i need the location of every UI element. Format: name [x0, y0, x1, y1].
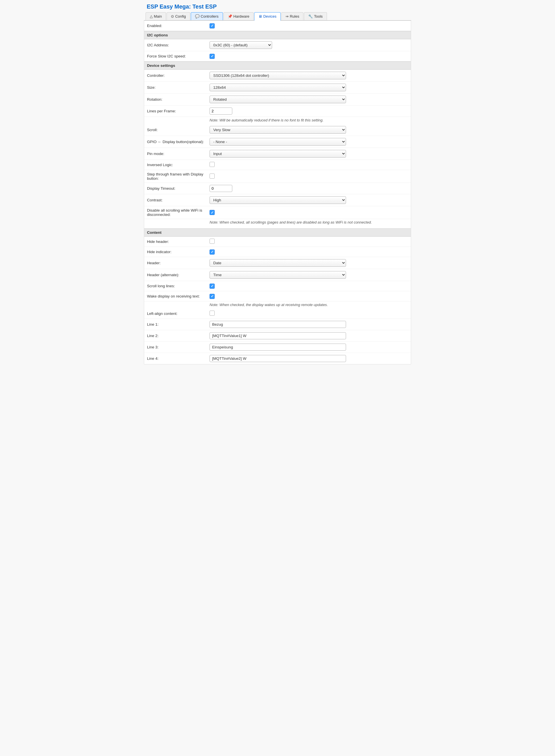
line3-input[interactable]	[210, 344, 346, 351]
force-slow-row: Force Slow I2C speed:	[144, 51, 411, 61]
size-row: Size: 128x64 128x32	[144, 82, 411, 93]
wake-display-label: Wake display on receiving text:	[147, 294, 210, 298]
tab-tools[interactable]: 🔧 Tools	[304, 12, 327, 20]
content-section-header: Content	[144, 228, 411, 237]
i2c-address-control: 0x3C (60) - (default) 0x3D (61)	[210, 41, 408, 49]
force-slow-checkbox[interactable]	[210, 54, 215, 59]
line2-input[interactable]	[210, 332, 346, 339]
tab-hardware[interactable]: 📌 Hardware	[223, 12, 254, 20]
tab-rules[interactable]: ⇒ Rules	[281, 12, 303, 20]
scroll-select[interactable]: Very Slow Slow Medium Fast Very Fast	[210, 126, 346, 134]
pin-mode-control: Input Input pullup Output	[210, 150, 408, 158]
device-section-header: Device settings	[144, 61, 411, 70]
contrast-select[interactable]: Low Medium High	[210, 196, 346, 204]
pin-mode-select[interactable]: Input Input pullup Output	[210, 150, 346, 158]
line4-control	[210, 355, 408, 362]
wake-display-note: Note: When checked, the display wakes up…	[144, 301, 411, 308]
header-select[interactable]: Date Time IP Hostname SSID None	[210, 259, 346, 267]
controller-row: Controller: SSD1306 (128x64 dot controll…	[144, 70, 411, 82]
contrast-label: Contrast:	[147, 198, 210, 202]
lines-per-frame-input[interactable]	[210, 108, 232, 115]
wake-display-checkbox[interactable]	[210, 294, 215, 299]
line2-control	[210, 332, 408, 339]
controller-control: SSD1306 (128x64 dot controller) SSD1306 …	[210, 72, 408, 79]
tab-rules-label: Rules	[290, 14, 299, 18]
scroll-control: Very Slow Slow Medium Fast Very Fast	[210, 126, 408, 134]
hide-indicator-checkbox[interactable]	[210, 249, 215, 255]
size-label: Size:	[147, 85, 210, 90]
disable-scroll-control	[210, 210, 408, 215]
i2c-address-select[interactable]: 0x3C (60) - (default) 0x3D (61)	[210, 41, 272, 49]
scroll-row: Scroll: Very Slow Slow Medium Fast Very …	[144, 124, 411, 136]
line3-row: Line 3:	[144, 342, 411, 353]
tab-main-label: Main	[154, 14, 162, 18]
i2c-address-row: I2C Address: 0x3C (60) - (default) 0x3D …	[144, 39, 411, 51]
display-timeout-input[interactable]	[210, 185, 232, 192]
i2c-section-header: I2C options	[144, 31, 411, 39]
lines-per-frame-note: Note: Will be automatically reduced if t…	[144, 117, 411, 124]
controllers-icon: 💬	[195, 14, 200, 18]
inversed-logic-row: Inversed Logic:	[144, 160, 411, 170]
devices-icon: 🖥	[258, 14, 262, 18]
rotation-select[interactable]: Normal Rotated	[210, 95, 346, 103]
gpio-select[interactable]: - None - GPIO-0 GPIO-1 GPIO-2	[210, 138, 346, 145]
display-timeout-label: Display Timeout:	[147, 186, 210, 191]
header-alt-select[interactable]: Time Date IP Hostname SSID None	[210, 271, 346, 279]
rotation-control: Normal Rotated	[210, 95, 408, 103]
tab-config-label: Config	[175, 14, 186, 18]
main-icon: △	[150, 14, 153, 18]
hide-header-row: Hide header:	[144, 237, 411, 247]
controller-select[interactable]: SSD1306 (128x64 dot controller) SSD1306 …	[210, 72, 346, 79]
line1-row: Line 1:	[144, 319, 411, 330]
hide-indicator-control	[210, 249, 408, 255]
tab-devices[interactable]: 🖥 Devices	[254, 12, 281, 21]
hide-indicator-label: Hide indicator:	[147, 250, 210, 254]
disable-scroll-label: Disable all scrolling while WiFi is disc…	[147, 208, 210, 217]
pin-mode-row: Pin mode: Input Input pullup Output	[144, 148, 411, 160]
scroll-long-label: Scroll long lines:	[147, 284, 210, 288]
i2c-address-label: I2C Address:	[147, 43, 210, 47]
hide-header-control	[210, 239, 408, 245]
contrast-control: Low Medium High	[210, 196, 408, 204]
step-through-checkbox[interactable]	[210, 173, 215, 179]
wake-display-row: Wake display on receiving text:	[144, 291, 411, 301]
contrast-row: Contrast: Low Medium High	[144, 194, 411, 206]
line3-control	[210, 344, 408, 351]
gpio-label: GPIO ← Display button(optional):	[147, 140, 210, 144]
header-control: Date Time IP Hostname SSID None	[210, 259, 408, 267]
line4-input[interactable]	[210, 355, 346, 362]
size-control: 128x64 128x32	[210, 84, 408, 91]
left-align-checkbox[interactable]	[210, 310, 215, 316]
inversed-logic-checkbox[interactable]	[210, 162, 215, 167]
inversed-logic-label: Inversed Logic:	[147, 163, 210, 167]
enabled-control	[210, 23, 408, 29]
size-select[interactable]: 128x64 128x32	[210, 84, 346, 91]
line3-label: Line 3:	[147, 345, 210, 349]
pin-mode-label: Pin mode:	[147, 152, 210, 156]
display-timeout-control	[210, 185, 408, 192]
rotation-row: Rotation: Normal Rotated	[144, 93, 411, 106]
scroll-label: Scroll:	[147, 128, 210, 132]
gpio-row: GPIO ← Display button(optional): - None …	[144, 136, 411, 148]
tab-controllers-label: Controllers	[201, 14, 219, 18]
line1-input[interactable]	[210, 321, 346, 328]
disable-scroll-checkbox[interactable]	[210, 210, 215, 215]
inversed-logic-control	[210, 162, 408, 168]
tab-config[interactable]: ⊙ Config	[167, 12, 190, 20]
step-through-row: Step through frames with Display button:	[144, 170, 411, 183]
enabled-checkbox[interactable]	[210, 23, 215, 29]
disable-scroll-note: Note: When checked, all scrollings (page…	[144, 219, 411, 226]
enabled-row: Enabled:	[144, 21, 411, 31]
line2-row: Line 2:	[144, 330, 411, 342]
step-through-control	[210, 173, 408, 179]
header-alt-label: Header (alternate):	[147, 273, 210, 277]
tools-icon: 🔧	[308, 14, 313, 18]
tab-main[interactable]: △ Main	[145, 12, 166, 20]
scroll-long-checkbox[interactable]	[210, 284, 215, 289]
tab-controllers[interactable]: 💬 Controllers	[191, 12, 223, 20]
tab-bar: △ Main ⊙ Config 💬 Controllers 📌 Hardware…	[144, 12, 411, 21]
step-through-label: Step through frames with Display button:	[147, 172, 210, 181]
hide-header-checkbox[interactable]	[210, 239, 215, 244]
tab-devices-label: Devices	[263, 14, 276, 18]
lines-per-frame-control	[210, 108, 408, 115]
